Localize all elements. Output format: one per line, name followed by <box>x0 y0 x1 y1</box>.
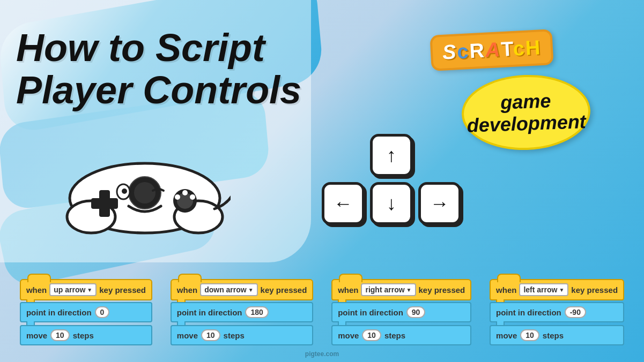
key-left: ← <box>322 182 365 225</box>
up-move-block: move 10 steps <box>20 325 152 345</box>
up-direction-value: 0 <box>95 306 110 318</box>
up-move-label: move <box>26 331 47 340</box>
scratch-c: c <box>456 40 470 63</box>
right-direction-label: point in direction <box>338 308 403 317</box>
left-steps-label: steps <box>543 331 564 340</box>
down-when-label: when <box>177 285 197 295</box>
scratch-s: S <box>442 40 458 63</box>
up-when-label: when <box>26 285 47 295</box>
right-key-label: right arrow <box>365 285 404 294</box>
down-direction-label: point in direction <box>177 308 242 317</box>
key-right: → <box>418 182 461 225</box>
right-hat-block: when right arrow ▼ key pressed <box>331 279 471 300</box>
up-direction-label: point in direction <box>26 308 92 317</box>
left-when-label: when <box>496 285 516 295</box>
code-blocks-area: when up arrow ▼ key pressed point in dir… <box>0 274 644 362</box>
right-move-value: 10 <box>362 329 381 341</box>
scratch-r: R <box>469 39 486 62</box>
down-key-label: down arrow <box>204 285 247 294</box>
key-up: ↑ <box>370 134 413 177</box>
svg-point-8 <box>190 194 195 200</box>
right-direction-value: 90 <box>406 306 426 318</box>
left-arrow-block-group: when left arrow ▼ key pressed point in d… <box>490 279 624 345</box>
down-key-select[interactable]: down arrow ▼ <box>200 283 257 296</box>
svg-point-9 <box>182 190 188 195</box>
right-when-label: when <box>338 285 358 295</box>
up-key-select[interactable]: up arrow ▼ <box>49 283 97 296</box>
main-title: How to Script Player Controls <box>16 27 301 111</box>
down-key-pressed-label: key pressed <box>261 285 307 295</box>
left-direction-label: point in direction <box>496 308 561 317</box>
down-steps-label: steps <box>224 331 245 340</box>
scratch-a: A <box>484 38 501 61</box>
right-move-label: move <box>338 331 359 340</box>
up-direction-block: point in direction 0 <box>20 302 152 322</box>
down-hat-block: when down arrow ▼ key pressed <box>171 279 314 300</box>
up-arrow-block-group: when up arrow ▼ key pressed point in dir… <box>20 279 152 345</box>
right-key-select[interactable]: right arrow ▼ <box>361 283 416 296</box>
left-key-label: left arrow <box>523 285 557 294</box>
down-move-value: 10 <box>201 329 220 341</box>
gamepad-svg <box>59 139 231 236</box>
left-move-label: move <box>496 331 517 340</box>
svg-point-14 <box>122 188 127 194</box>
right-arrow-block-group: when right arrow ▼ key pressed point in … <box>331 279 471 345</box>
left-key-pressed-label: key pressed <box>571 285 618 295</box>
up-move-value: 10 <box>50 329 70 341</box>
scratch-ch: cH <box>512 36 542 60</box>
right-key-pressed-label: key pressed <box>419 285 465 295</box>
svg-point-7 <box>175 194 180 200</box>
down-direction-block: point in direction 180 <box>171 302 314 322</box>
game-dev-text: game development <box>466 88 587 137</box>
title-line1: How to Script <box>16 27 301 69</box>
left-direction-block: point in direction -90 <box>490 302 624 322</box>
up-key-label: up arrow <box>54 285 85 294</box>
down-move-block: move 10 steps <box>171 325 314 345</box>
left-move-value: 10 <box>520 329 539 341</box>
right-direction-block: point in direction 90 <box>331 302 471 322</box>
left-hat-block: when left arrow ▼ key pressed <box>490 279 624 300</box>
left-dropdown-arrow: ▼ <box>559 287 564 293</box>
left-direction-value: -90 <box>565 306 586 318</box>
left-key-select[interactable]: left arrow ▼ <box>519 283 568 296</box>
right-move-block: move 10 steps <box>331 325 471 345</box>
up-dropdown-arrow: ▼ <box>87 287 92 293</box>
down-arrow-block-group: when down arrow ▼ key pressed point in d… <box>171 279 314 345</box>
key-down: ↓ <box>370 182 413 225</box>
up-key-pressed-label: key pressed <box>99 285 146 295</box>
arrow-keys-cluster: ↑ ← ↓ → <box>316 134 467 252</box>
down-move-label: move <box>177 331 198 340</box>
right-steps-label: steps <box>384 331 405 340</box>
scratch-t: T <box>500 37 514 61</box>
scratch-logo: ScRATcH <box>430 29 554 71</box>
left-move-block: move 10 steps <box>490 325 624 345</box>
svg-rect-4 <box>91 198 118 209</box>
up-hat-block: when up arrow ▼ key pressed <box>20 279 152 300</box>
title-line2: Player Controls <box>16 69 301 111</box>
up-steps-label: steps <box>73 331 94 340</box>
watermark: pigtee.com <box>305 350 339 358</box>
down-dropdown-arrow: ▼ <box>248 287 254 293</box>
gamepad-illustration <box>59 139 263 246</box>
right-dropdown-arrow: ▼ <box>406 287 412 293</box>
down-direction-value: 180 <box>245 306 268 318</box>
svg-point-12 <box>134 182 156 203</box>
